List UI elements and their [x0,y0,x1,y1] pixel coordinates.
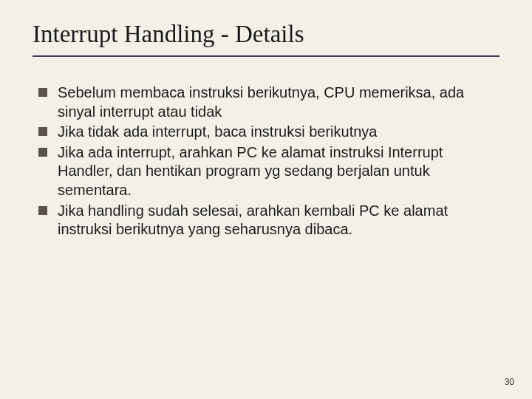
bullet-list: Sebelum membaca instruksi berikutnya, CP… [33,83,499,239]
list-item: Jika handling sudah selesai, arahkan kem… [38,202,499,239]
list-item: Jika ada interrupt, arahkan PC ke alamat… [38,143,499,200]
slide: Interrupt Handling - Details Sebelum mem… [0,0,532,399]
page-number: 30 [505,377,514,387]
slide-title: Interrupt Handling - Details [33,21,499,57]
list-item: Jika tidak ada interrupt, baca instruksi… [38,123,499,142]
list-item: Sebelum membaca instruksi berikutnya, CP… [38,83,499,121]
